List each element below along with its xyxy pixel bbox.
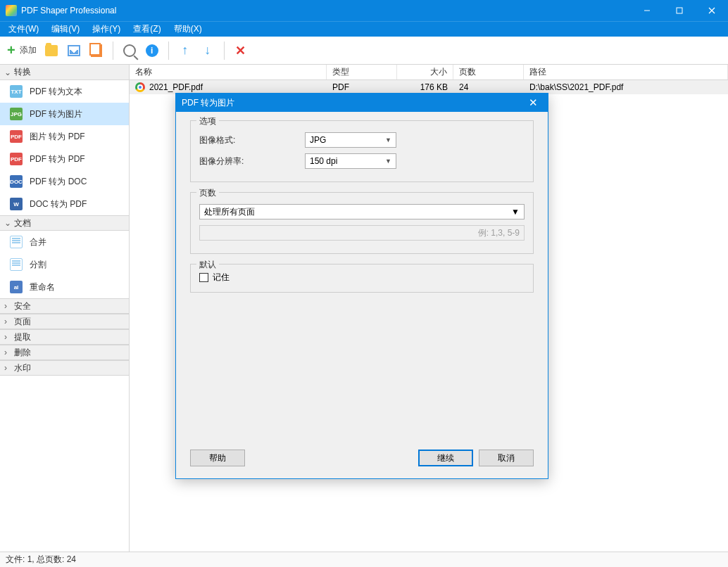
placeholder-text: 例: 1,3, 5-9 (478, 227, 520, 239)
nav-label: 重命名 (30, 281, 55, 293)
nav-label: 分割 (30, 259, 46, 271)
cancel-button[interactable]: 取消 (479, 450, 534, 466)
separator (224, 42, 225, 60)
checkbox-box (199, 273, 208, 282)
info-icon: i (146, 44, 158, 57)
th-name[interactable]: 名称 (130, 65, 327, 79)
add-button[interactable]: +添加 (4, 40, 39, 61)
open-folder-button[interactable] (41, 40, 62, 61)
section-label: 安全 (14, 300, 31, 312)
select-pages-mode[interactable]: 处理所有页面▼ (199, 204, 525, 219)
search-icon (123, 44, 136, 57)
folder-icon (45, 45, 58, 56)
section-watermark[interactable]: ›水印 (0, 360, 129, 376)
th-type[interactable]: 类型 (327, 65, 397, 79)
plus-icon: + (7, 42, 15, 58)
select-image-format[interactable]: JPG▼ (305, 132, 396, 148)
page-icon (10, 236, 23, 248)
th-size[interactable]: 大小 (397, 65, 453, 79)
dialog-pdf-to-image: PDF 转为图片 ✕ 选项 图像格式: JPG▼ 图像分辨率: 150 dpi▼… (175, 93, 548, 479)
nav-merge[interactable]: 合并 (0, 231, 129, 253)
fieldset-options: 选项 图像格式: JPG▼ 图像分辨率: 150 dpi▼ (190, 120, 534, 182)
checkbox-label: 记住 (213, 272, 230, 284)
section-page[interactable]: ›页面 (0, 314, 129, 329)
checkbox-remember[interactable]: 记住 (199, 272, 525, 284)
chevron-right-icon: › (4, 332, 14, 342)
menu-file[interactable]: 文件(W) (3, 22, 44, 37)
chevron-right-icon: › (4, 363, 14, 373)
menu-help[interactable]: 帮助(X) (168, 22, 208, 37)
section-document[interactable]: ⌄文档 (0, 215, 129, 231)
window-title: PDF Shaper Professional (21, 6, 631, 15)
move-up-button[interactable]: ↑ (175, 40, 196, 61)
cell-path: D:\bak\SS\2021_PDF.pdf (524, 82, 728, 92)
select-image-dpi[interactable]: 150 dpi▼ (305, 153, 396, 169)
word-icon: W (10, 198, 23, 210)
section-label: 页面 (14, 316, 31, 328)
nav-label: 合并 (30, 236, 46, 248)
chrome-icon (135, 82, 145, 92)
sidebar: ⌄转换 TXTPDF 转为文本 JPGPDF 转为图片 PDF图片 转为 PDF… (0, 65, 130, 552)
th-pages[interactable]: 页数 (453, 65, 524, 79)
menu-view[interactable]: 查看(Z) (127, 22, 166, 37)
legend-default: 默认 (196, 259, 219, 271)
dialog-title-text: PDF 转为图片 (182, 97, 524, 109)
nav-pdf-to-doc[interactable]: DOCPDF 转为 DOC (0, 170, 129, 193)
maximize-button[interactable] (663, 0, 696, 21)
dialog-footer: 帮助 继续 取消 (176, 445, 548, 478)
close-button[interactable] (696, 0, 728, 21)
page-icon (10, 258, 23, 271)
info-button[interactable]: i (142, 40, 163, 61)
section-extract[interactable]: ›提取 (0, 329, 129, 345)
dialog-titlebar: PDF 转为图片 ✕ (176, 94, 548, 112)
arrow-down-icon: ↓ (204, 43, 211, 58)
cell-name: 2021_PDF.pdf (130, 82, 327, 92)
nav-split[interactable]: 分割 (0, 253, 129, 276)
copy-icon (91, 44, 102, 57)
image-icon (68, 45, 80, 56)
remove-button[interactable]: ✕ (230, 40, 251, 61)
jpg-icon: JPG (10, 108, 23, 120)
statusbar: 文件: 1, 总页数: 24 (0, 552, 728, 567)
nav-pdf-to-image[interactable]: JPGPDF 转为图片 (0, 103, 129, 125)
fieldset-pages: 页数 处理所有页面▼ 例: 1,3, 5-9 (190, 192, 534, 254)
move-down-button[interactable]: ↓ (197, 40, 218, 61)
cell-type: PDF (327, 82, 397, 92)
chevron-down-icon: ▼ (385, 158, 391, 165)
dialog-close-button[interactable]: ✕ (524, 94, 542, 112)
search-button[interactable] (119, 40, 140, 61)
section-label: 删除 (14, 347, 31, 359)
nav-label: 图片 转为 PDF (30, 131, 85, 143)
cell-size: 176 KB (397, 82, 453, 92)
nav-pdf-to-pdf[interactable]: PDFPDF 转为 PDF (0, 148, 129, 170)
svg-rect-1 (677, 8, 682, 13)
chevron-right-icon: › (4, 348, 14, 357)
btn-label: 帮助 (209, 452, 226, 464)
chevron-down-icon: ▼ (511, 207, 520, 217)
titlebar: PDF Shaper Professional (0, 0, 728, 21)
section-security[interactable]: ›安全 (0, 298, 129, 314)
copy-button[interactable] (86, 40, 107, 61)
open-image-button[interactable] (63, 40, 84, 61)
section-delete[interactable]: ›删除 (0, 345, 129, 360)
menu-action[interactable]: 操作(Y) (87, 22, 126, 37)
help-button[interactable]: 帮助 (190, 450, 245, 466)
select-value: 150 dpi (310, 156, 337, 166)
remove-icon: ✕ (235, 43, 246, 58)
menu-edit[interactable]: 编辑(V) (46, 22, 85, 37)
pdf-icon: PDF (10, 130, 23, 143)
nav-rename[interactable]: aI重命名 (0, 276, 129, 298)
nav-image-to-pdf[interactable]: PDF图片 转为 PDF (0, 125, 129, 148)
separator (113, 42, 113, 60)
app-icon (6, 5, 17, 16)
continue-button[interactable]: 继续 (418, 450, 473, 466)
table-row[interactable]: 2021_PDF.pdf PDF 176 KB 24 D:\bak\SS\202… (130, 80, 728, 94)
nav-label: PDF 转为 DOC (30, 176, 87, 188)
nav-doc-to-pdf[interactable]: WDOC 转为 PDF (0, 193, 129, 215)
minimize-button[interactable] (631, 0, 663, 21)
table-header: 名称 类型 大小 页数 路径 (130, 65, 728, 80)
nav-pdf-to-text[interactable]: TXTPDF 转为文本 (0, 80, 129, 103)
nav-label: PDF 转为 PDF (30, 153, 85, 165)
th-path[interactable]: 路径 (524, 65, 728, 79)
section-convert[interactable]: ⌄转换 (0, 65, 129, 80)
